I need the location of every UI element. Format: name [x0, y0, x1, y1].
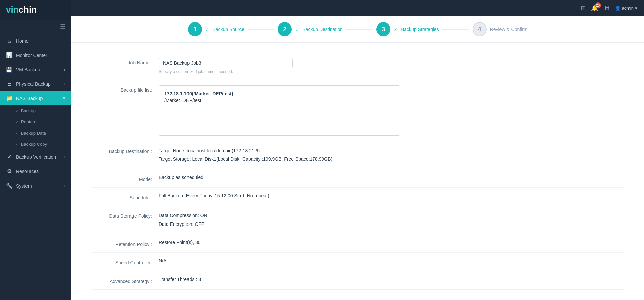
- display-icon[interactable]: 🖥: [604, 5, 610, 12]
- step3-check: ✓: [394, 27, 397, 32]
- chevron-right-icon: ›: [64, 68, 65, 72]
- data-storage-line1: Data Compression: ON: [159, 211, 624, 220]
- connector-1: [248, 29, 274, 30]
- data-storage-line2: Data Encryption: OFF: [159, 220, 624, 229]
- sidebar-item-system[interactable]: 🔧 System ›: [0, 179, 71, 193]
- step4-label: Review & Confirm: [490, 27, 528, 32]
- grid-icon[interactable]: ⊞: [581, 4, 586, 12]
- advanced-value: Transfer Threads : 3: [159, 277, 624, 282]
- step2-check: ✓: [295, 27, 299, 32]
- circle-icon: ○: [16, 109, 18, 113]
- sidebar-item-vm-backup[interactable]: 💾 VM Backup ›: [0, 62, 71, 77]
- topbar: ⊞ 🔔 20 🖥 👤 admin ▾: [71, 0, 644, 16]
- sidebar-label-backup-data: Backup Data: [21, 131, 46, 136]
- user-menu[interactable]: 👤 admin ▾: [615, 6, 637, 11]
- step4-circle: 4: [473, 22, 487, 36]
- sidebar-item-home[interactable]: ⌂ Home: [0, 34, 71, 48]
- advanced-row: Advanced Strategy : Transfer Threads : 3: [92, 271, 624, 290]
- step2-circle: 2: [278, 22, 292, 36]
- chevron-right-icon: ›: [64, 169, 65, 173]
- user-icon: 👤: [615, 6, 621, 11]
- circle-icon: ○: [16, 131, 18, 135]
- backup-destination-row: Backup Destination : Target Node: localh…: [92, 141, 624, 169]
- chevron-right-icon: ›: [64, 142, 65, 146]
- sidebar-item-restore[interactable]: ○ Restore: [0, 116, 71, 128]
- nas-backup-icon: 📁: [6, 95, 13, 101]
- sidebar-label-physical-backup: Physical Backup: [16, 81, 51, 87]
- backup-file-list-row: Backup file list: 172.18.1.100(/Market_D…: [92, 80, 624, 141]
- sidebar-label-restore: Restore: [21, 119, 37, 124]
- sidebar-label-monitor-center: Monitor Center: [16, 53, 47, 58]
- retention-row: Retention Policy : Restore Point(s), 30: [92, 234, 624, 253]
- step3-label: Backup Strategies: [401, 27, 439, 32]
- data-storage-label: Data Storage Policy:: [92, 211, 159, 219]
- step2-label: Backup Destination: [302, 27, 343, 32]
- sidebar-item-monitor-center[interactable]: 📊 Monitor Center ›: [0, 48, 71, 62]
- vm-backup-icon: 💾: [6, 66, 13, 73]
- chevron-right-icon: ›: [64, 155, 65, 159]
- logo-chin: chin: [19, 5, 37, 15]
- data-storage-value: Data Compression: ON Data Encryption: OF…: [159, 211, 624, 228]
- sidebar-item-backup-copy[interactable]: ○ Backup Copy ›: [0, 139, 71, 150]
- file-list-header: 172.18.1.100(/Market_DEP/test):: [164, 91, 394, 96]
- content-area: 1 ✓ Backup Source 2 ✓ Backup Destination…: [71, 16, 644, 300]
- home-icon: ⌂: [6, 38, 13, 44]
- sidebar-label-home: Home: [16, 38, 29, 44]
- user-label: admin: [622, 6, 634, 11]
- schedule-row: Schedule : Full Backup (Every Friday, 15…: [92, 188, 624, 206]
- schedule-value: Full Backup (Every Friday, 15:12:00 Star…: [159, 193, 624, 198]
- backup-destination-value: Target Node: localhost.localdomain(172.1…: [159, 147, 624, 163]
- wizard-step-2: 2 ✓ Backup Destination: [278, 22, 343, 36]
- wizard-step-4: 4 Review & Confirm: [473, 22, 528, 36]
- chevron-down-icon: ▾: [635, 6, 637, 11]
- job-name-value: Specify a customized job name if needed.: [159, 58, 624, 74]
- circle-icon: ○: [16, 120, 18, 124]
- system-icon: 🔧: [6, 183, 13, 189]
- schedule-label: Schedule :: [92, 193, 159, 200]
- circle-icon: ○: [16, 142, 18, 146]
- job-name-label: Job Name :: [92, 58, 159, 65]
- connector-2: [346, 29, 373, 30]
- file-list-path: /Market_DEP/test;: [164, 98, 394, 103]
- sidebar-item-backup[interactable]: ○ Backup: [0, 105, 71, 116]
- file-list-box: 172.18.1.100(/Market_DEP/test): /Market_…: [159, 85, 400, 136]
- sidebar-item-backup-data[interactable]: ○ Backup Data: [0, 128, 71, 139]
- step1-circle: 1: [188, 22, 202, 36]
- sidebar-item-resources[interactable]: ⚙ Resources ›: [0, 164, 71, 179]
- physical-backup-icon: 🖥: [6, 81, 13, 87]
- sidebar-label-nas-backup: NAS Backup: [16, 96, 43, 101]
- sidebar-label-backup-copy: Backup Copy: [21, 142, 47, 147]
- sidebar-label-vm-backup: VM Backup: [16, 67, 40, 72]
- speed-row: Speed Controller: N/A: [92, 253, 624, 271]
- chevron-down-icon: ∨: [63, 96, 65, 100]
- monitor-center-icon: 📊: [6, 52, 13, 58]
- step1-label: Backup Source: [212, 27, 244, 32]
- bell-button[interactable]: 🔔 20: [591, 4, 598, 12]
- sidebar-label-backup-verification: Backup Verification: [16, 154, 56, 160]
- logo-vin: vin: [6, 5, 19, 15]
- hamburger-icon: ☰: [60, 23, 65, 31]
- logo: vinchin: [0, 0, 71, 20]
- sidebar-item-nas-backup[interactable]: 📁 NAS Backup ∨: [0, 91, 71, 105]
- step3-circle: 3: [376, 22, 390, 36]
- job-name-input[interactable]: [159, 58, 293, 68]
- mode-value: Backup as scheduled: [159, 174, 624, 180]
- sidebar-item-physical-backup[interactable]: 🖥 Physical Backup ›: [0, 77, 71, 91]
- resources-icon: ⚙: [6, 168, 13, 174]
- data-storage-row: Data Storage Policy: Data Compression: O…: [92, 206, 624, 234]
- dest-line1: Target Node: localhost.localdomain(172.1…: [159, 147, 624, 155]
- sidebar: vinchin ☰ ⌂ Home 📊 Monitor Center › 💾 VM…: [0, 0, 71, 300]
- mode-label: Mode:: [92, 174, 159, 182]
- retention-value: Restore Point(s), 30: [159, 240, 624, 245]
- dest-line2: Target Storage: Local Disk1(Local Disk, …: [159, 155, 624, 163]
- wizard-step-1: 1 ✓ Backup Source: [188, 22, 244, 36]
- notification-badge: 20: [595, 2, 601, 8]
- connector-3: [442, 29, 469, 30]
- mode-row: Mode: Backup as scheduled: [92, 169, 624, 188]
- job-name-row: Job Name : Specify a customized job name…: [92, 53, 624, 80]
- chevron-right-icon: ›: [64, 53, 65, 57]
- menu-toggle[interactable]: ☰: [0, 20, 71, 34]
- sidebar-label-backup: Backup: [21, 108, 36, 113]
- sidebar-item-backup-verification[interactable]: ✔ Backup Verification ›: [0, 150, 71, 164]
- backup-file-list-label: Backup file list:: [92, 85, 159, 93]
